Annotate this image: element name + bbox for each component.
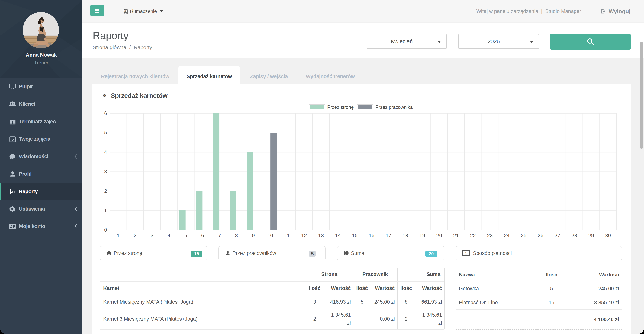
svg-text:18: 18 (402, 233, 408, 238)
svg-text:9: 9 (252, 233, 255, 238)
svg-text:3: 3 (151, 233, 154, 238)
svg-text:12: 12 (301, 233, 307, 238)
svg-text:0: 0 (104, 227, 107, 233)
svg-text:25: 25 (521, 233, 526, 238)
svg-text:1: 1 (104, 208, 107, 213)
svg-text:8: 8 (235, 233, 238, 238)
svg-text:15: 15 (352, 233, 358, 238)
svg-text:5: 5 (104, 130, 107, 136)
svg-text:13: 13 (318, 233, 324, 238)
svg-text:21: 21 (453, 233, 459, 238)
svg-text:1: 1 (465, 252, 466, 254)
svg-text:11: 11 (284, 233, 290, 238)
svg-text:24: 24 (504, 233, 510, 238)
svg-text:Przez pracownika: Przez pracownika (376, 104, 412, 110)
svg-text:16: 16 (369, 233, 374, 238)
svg-text:29: 29 (588, 233, 594, 238)
svg-text:28: 28 (572, 233, 577, 238)
svg-text:2: 2 (104, 188, 107, 194)
svg-text:1: 1 (117, 233, 120, 238)
svg-text:20: 20 (436, 233, 442, 238)
svg-text:22: 22 (470, 233, 476, 238)
svg-text:17: 17 (386, 233, 391, 238)
svg-text:10: 10 (268, 233, 273, 238)
svg-text:26: 26 (538, 233, 543, 238)
svg-text:6: 6 (104, 110, 107, 116)
svg-text:4: 4 (168, 233, 170, 238)
svg-text:3: 3 (104, 169, 107, 174)
svg-text:30: 30 (605, 233, 611, 238)
svg-text:27: 27 (554, 233, 560, 238)
svg-text:4: 4 (104, 149, 107, 155)
svg-text:23: 23 (487, 233, 492, 238)
svg-text:Przez stronę: Przez stronę (327, 104, 354, 110)
svg-text:7: 7 (218, 233, 221, 238)
svg-text:5: 5 (184, 233, 187, 238)
svg-text:14: 14 (335, 233, 341, 238)
svg-text:6: 6 (201, 233, 204, 238)
svg-text:19: 19 (419, 233, 425, 238)
svg-text:2: 2 (134, 233, 136, 238)
